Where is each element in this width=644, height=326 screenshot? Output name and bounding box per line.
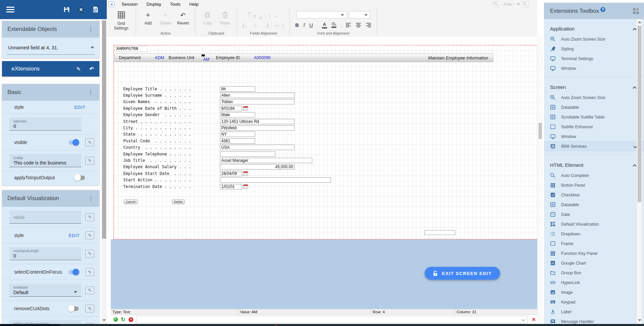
start-action-input[interactable] bbox=[220, 177, 331, 183]
scrollbar-thumb[interactable] bbox=[638, 26, 641, 202]
date-of-birth-input[interactable]: 6/01/84 bbox=[220, 106, 242, 111]
toolbox-scrollbar[interactable] bbox=[637, 19, 642, 324]
kebab-menu-icon[interactable]: ⋮ bbox=[86, 26, 95, 32]
revert-button[interactable]: ↶Revert bbox=[175, 10, 191, 26]
delete-button[interactable]: Delete bbox=[172, 199, 185, 204]
termination-date-input[interactable]: 1/01/01 bbox=[220, 184, 242, 189]
align-text-left-icon[interactable] bbox=[346, 22, 351, 28]
toolbox-item-dropdown[interactable]: Dropdown bbox=[544, 229, 644, 239]
toolbox-item-hyperlink[interactable]: HyperLink bbox=[544, 278, 644, 287]
zoom-out-button[interactable] bbox=[493, 1, 499, 7]
edit-pencil-icon[interactable]: ✎ bbox=[76, 66, 81, 72]
toolbox-item-styling[interactable]: Styling bbox=[544, 44, 644, 54]
section-html-element[interactable]: HTML Element bbox=[544, 157, 644, 171]
unnamed-field-input[interactable] bbox=[424, 230, 455, 235]
zoom-in-button[interactable] bbox=[522, 1, 528, 7]
toolbox-item-auto-complete[interactable]: Auto Complete bbox=[544, 171, 644, 180]
postal-code-input[interactable]: 4361 bbox=[220, 138, 255, 144]
edit-pencil-icon[interactable]: ✎ bbox=[85, 138, 94, 146]
calendar-icon[interactable] bbox=[243, 171, 248, 176]
employee-gender-input[interactable]: Male bbox=[220, 112, 255, 118]
toolbox-item-datatable[interactable]: Datatable bbox=[544, 102, 644, 112]
font-color-button[interactable]: A bbox=[322, 21, 327, 29]
job-title-input[interactable]: Asset Manager bbox=[220, 158, 312, 163]
paste-button[interactable]: Paste bbox=[217, 10, 233, 26]
collapse-sidebar-button[interactable]: « bbox=[109, 1, 114, 7]
value-field[interactable]: value bbox=[9, 211, 81, 224]
menu-session[interactable]: Session bbox=[117, 2, 142, 7]
undo-icon[interactable]: ↶ bbox=[90, 66, 94, 72]
screen-designer-canvas[interactable]: XHRRPGTRN Department ADM Business Unit A… bbox=[113, 45, 538, 239]
dashboard-icon[interactable] bbox=[633, 8, 639, 14]
save-icon[interactable] bbox=[63, 6, 70, 13]
toolbox-item-button-panel[interactable]: Button Panel bbox=[544, 180, 644, 190]
toolbox-item-default-visualization[interactable]: Default Visualization bbox=[544, 219, 644, 229]
grid-settings-group[interactable]: Grid Settings bbox=[107, 8, 136, 36]
font-family-select[interactable] bbox=[296, 11, 347, 18]
apply-to-input-output-toggle[interactable] bbox=[75, 176, 85, 180]
max-input-length-field[interactable]: maxInputLength 0 bbox=[9, 247, 81, 260]
left-scrollbar[interactable] bbox=[101, 19, 107, 324]
remove-cua-dots-toggle[interactable] bbox=[68, 307, 79, 311]
scrollbar-thumb[interactable] bbox=[102, 20, 106, 239]
toolbox-item-function-key-panel[interactable]: Function Key Panel bbox=[544, 248, 644, 258]
country-input[interactable]: USA bbox=[220, 145, 294, 150]
employee-telephone-input[interactable] bbox=[220, 151, 275, 157]
close-icon[interactable] bbox=[78, 6, 85, 13]
toolbox-item-scrollable-subfile-table[interactable]: Scrollable Subfile Table bbox=[544, 112, 644, 122]
toolbox-item-datatable[interactable]: Datatable bbox=[544, 200, 644, 209]
employee-surname-input[interactable]: Allen bbox=[220, 93, 294, 98]
toolbox-item-label[interactable]: ALabel bbox=[544, 307, 644, 317]
employee-title-input[interactable]: Mr bbox=[220, 86, 255, 92]
employee-id-value[interactable]: A000090 bbox=[254, 55, 271, 60]
ime-mode-select[interactable]: imeMode Default bbox=[9, 284, 81, 297]
toolbox-item-window[interactable]: Window bbox=[544, 63, 644, 73]
connection-status-icon[interactable] bbox=[113, 317, 118, 322]
toolbox-item-ibmi-services[interactable]: IBMi Services bbox=[544, 141, 644, 151]
bold-button[interactable]: B bbox=[295, 22, 299, 28]
aid-key-field[interactable]: AIDKeyOnDoubleClick Enter bbox=[9, 320, 81, 324]
italic-button[interactable]: I bbox=[303, 22, 305, 28]
city-input[interactable]: Pittsfield bbox=[220, 125, 294, 131]
align-left-edge-icon[interactable]: ← bbox=[243, 23, 249, 28]
edit-pencil-icon[interactable]: ✎ bbox=[85, 231, 94, 239]
start-date-input[interactable]: 26/04/09 bbox=[220, 171, 242, 176]
toolbox-item-frame[interactable]: Frame bbox=[544, 239, 644, 248]
align-middle-icon[interactable]: ↕ bbox=[254, 13, 257, 18]
toolbox-item-group-box[interactable]: Group Box bbox=[544, 268, 644, 278]
underline-button[interactable]: U bbox=[309, 22, 313, 28]
calendar-icon[interactable] bbox=[243, 184, 248, 189]
department-value[interactable]: ADM bbox=[155, 55, 164, 60]
exit-screen-edit-button[interactable]: EXIT SCREEN EDIT bbox=[425, 267, 500, 280]
edit-pencil-icon[interactable]: ✎ bbox=[85, 250, 94, 258]
hamburger-menu-icon[interactable] bbox=[6, 5, 14, 14]
kebab-menu-icon[interactable]: ⋮ bbox=[86, 89, 95, 95]
given-names-input[interactable]: Tobias bbox=[220, 99, 294, 104]
cancel-button[interactable]: Cancel bbox=[124, 199, 137, 204]
menu-help[interactable]: Help bbox=[185, 2, 203, 7]
stretch-horizontal-icon[interactable]: ↔ bbox=[274, 13, 279, 18]
font-size-select[interactable] bbox=[349, 11, 370, 18]
main-scrollbar[interactable] bbox=[537, 36, 543, 324]
toolbox-item-auto-zoom[interactable]: Auto Zoom Screen Size bbox=[544, 93, 644, 102]
add-button[interactable]: +Add bbox=[140, 10, 156, 26]
tabindex-field[interactable]: tabIndex 0 bbox=[9, 118, 81, 131]
revert-document-icon[interactable] bbox=[92, 6, 99, 13]
scroll-down-icon[interactable] bbox=[638, 319, 641, 321]
section-screen[interactable]: Screen bbox=[544, 80, 644, 93]
align-center-horizontal-icon[interactable]: →|← bbox=[252, 23, 259, 28]
toolbox-item-image[interactable]: Image bbox=[544, 287, 644, 297]
section-application[interactable]: Application bbox=[544, 21, 644, 34]
edit-pencil-icon[interactable]: ✎ bbox=[85, 268, 94, 276]
edit-pencil-icon[interactable]: ✎ bbox=[85, 157, 94, 165]
toolbox-item-keypad[interactable]: Keypad bbox=[544, 297, 644, 307]
scrollbar-thumb[interactable] bbox=[539, 123, 542, 139]
kebab-menu-icon[interactable]: ⋮ bbox=[86, 195, 95, 201]
zoom-level[interactable]: - Auto - bbox=[501, 2, 515, 7]
align-bottom-icon[interactable]: ↓ bbox=[259, 13, 262, 18]
extendable-object-select[interactable]: Unnamed field at 4, 31. bbox=[7, 42, 95, 55]
edit-pencil-icon[interactable]: ✎ bbox=[85, 286, 94, 294]
toolbox-item-window[interactable]: Window bbox=[544, 132, 644, 141]
calendar-icon[interactable] bbox=[243, 106, 248, 111]
fill-color-button[interactable] bbox=[331, 22, 336, 28]
